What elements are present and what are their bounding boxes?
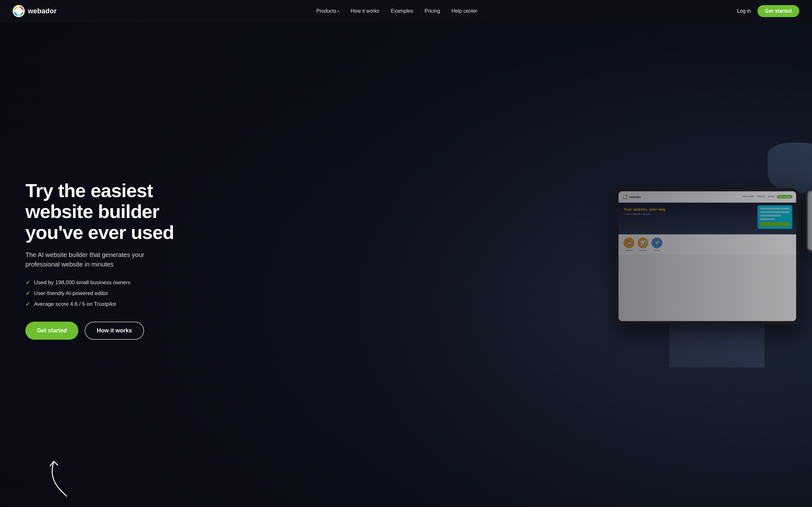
- brand-logo-icon: [13, 5, 25, 17]
- nav-item-products[interactable]: Products ▾: [316, 8, 339, 14]
- nav-how-it-works-link[interactable]: How it works: [351, 8, 379, 14]
- hero-feature-text-2: User-friendly AI-powered editor: [34, 290, 108, 297]
- how-it-works-button[interactable]: How it works: [85, 322, 144, 340]
- nav-links: Products ▾ How it works Examples Pricing…: [316, 8, 477, 14]
- hero-feature-item-1: ✓ Used by 198,000 small business owners: [26, 279, 177, 286]
- hero-arrow: [38, 455, 76, 501]
- hero-features-list: ✓ Used by 198,000 small business owners …: [26, 279, 177, 308]
- nav-item-pricing[interactable]: Pricing: [424, 8, 440, 14]
- hero-buttons: Get started How it works: [26, 322, 177, 340]
- hero-feature-item-2: ✓ User-friendly AI-powered editor: [26, 290, 177, 297]
- hero-feature-text-1: Used by 198,000 small business owners: [34, 279, 131, 286]
- hero-feature-item-3: ✓ Average score 4.6 / 5 on Trustpilot: [26, 301, 177, 308]
- login-button[interactable]: Log in: [737, 8, 751, 14]
- nav-pricing-link[interactable]: Pricing: [424, 8, 440, 14]
- nav-examples-link[interactable]: Examples: [391, 8, 413, 14]
- nav-item-how-it-works[interactable]: How it works: [351, 8, 379, 14]
- nav-help-center-link[interactable]: Help center: [451, 8, 477, 14]
- navbar: webador Products ▾ How it works Examples…: [0, 0, 812, 22]
- chevron-down-icon: ▾: [338, 9, 339, 13]
- brand-name: webador: [28, 7, 56, 15]
- get-started-nav-button[interactable]: Get started: [757, 5, 799, 17]
- navbar-actions: Log in Get started: [737, 5, 799, 17]
- nav-item-examples[interactable]: Examples: [391, 8, 413, 14]
- get-started-hero-button[interactable]: Get started: [26, 322, 78, 340]
- check-icon-3: ✓: [26, 301, 30, 308]
- brand-logo-link[interactable]: webador: [13, 5, 56, 17]
- arrow-svg: [38, 455, 76, 499]
- check-icon-1: ✓: [26, 279, 30, 286]
- nav-item-help-center[interactable]: Help center: [451, 8, 477, 14]
- hero-content: Try the easiest website builder you've e…: [0, 0, 203, 507]
- svg-point-1: [16, 9, 21, 13]
- nav-products-link[interactable]: Products ▾: [316, 8, 339, 14]
- hero-feature-text-3: Average score 4.6 / 5 on Trustpilot: [34, 301, 116, 307]
- check-icon-2: ✓: [26, 290, 30, 297]
- hero-title: Try the easiest website builder you've e…: [26, 180, 177, 243]
- hero-subtitle: The AI website builder that generates yo…: [26, 250, 177, 269]
- hero-section: webador how it works features pricing Ge…: [0, 0, 812, 507]
